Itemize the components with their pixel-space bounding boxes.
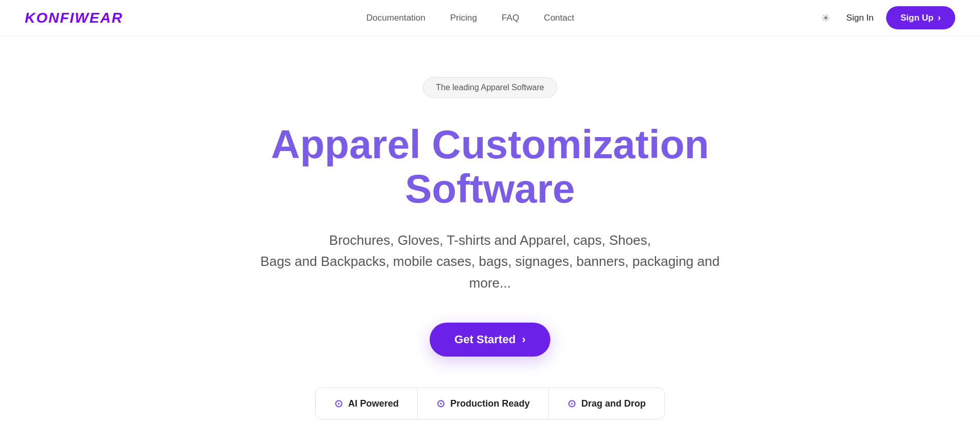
nav-faq[interactable]: FAQ: [502, 13, 519, 23]
sun-icon: ☀: [821, 12, 830, 24]
hero-subtitle: Brochures, Gloves, T-shirts and Apparel,…: [258, 230, 722, 294]
hero-badge: The leading Apparel Software: [423, 77, 557, 98]
hero-section: The leading Apparel Software Apparel Cus…: [0, 36, 980, 437]
check-icon-drag: ⊙: [567, 397, 576, 410]
feature-badge-production-ready: ⊙ Production Ready: [418, 388, 549, 419]
sign-up-label: Sign Up: [901, 13, 934, 23]
theme-toggle-button[interactable]: ☀: [818, 10, 834, 26]
nav-contact[interactable]: Contact: [544, 13, 575, 23]
nav-right: ☀ Sign In Sign Up ›: [818, 6, 955, 29]
sign-up-button[interactable]: Sign Up ›: [886, 6, 955, 29]
get-started-button[interactable]: Get Started ›: [430, 323, 550, 357]
logo[interactable]: KONFIWEAR: [25, 10, 123, 26]
check-icon-ai: ⊙: [334, 397, 343, 410]
feature-label-drag-and-drop: Drag and Drop: [581, 398, 646, 409]
get-started-arrow-icon: ›: [522, 333, 526, 346]
feature-badge-drag-and-drop: ⊙ Drag and Drop: [549, 388, 664, 419]
check-icon-production: ⊙: [436, 397, 445, 410]
feature-label-production-ready: Production Ready: [450, 398, 530, 409]
nav-documentation[interactable]: Documentation: [366, 13, 425, 23]
hero-subtitle-line1: Brochures, Gloves, T-shirts and Apparel,…: [329, 232, 651, 248]
navbar: KONFIWEAR Documentation Pricing FAQ Cont…: [0, 0, 980, 36]
sign-in-link[interactable]: Sign In: [846, 13, 874, 23]
hero-badge-text: The leading Apparel Software: [436, 83, 544, 92]
feature-badge-ai-powered: ⊙ AI Powered: [316, 388, 418, 419]
nav-links: Documentation Pricing FAQ Contact: [366, 13, 574, 23]
feature-label-ai-powered: AI Powered: [348, 398, 399, 409]
feature-badges: ⊙ AI Powered ⊙ Production Ready ⊙ Drag a…: [315, 388, 665, 419]
nav-pricing[interactable]: Pricing: [450, 13, 477, 23]
get-started-label: Get Started: [454, 333, 516, 346]
sign-up-arrow-icon: ›: [938, 12, 941, 23]
hero-title: Apparel Customization Software: [232, 123, 748, 211]
hero-subtitle-line2: Bags and Backpacks, mobile cases, bags, …: [260, 254, 720, 291]
